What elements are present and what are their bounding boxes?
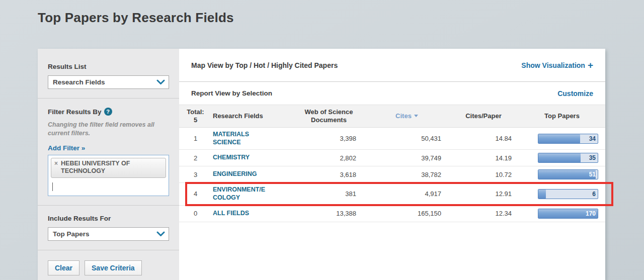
top-papers-bar-fill — [538, 190, 546, 199]
main-panel: Results List Research Fields Filter Resu… — [38, 49, 605, 280]
column-header-cites-sort[interactable]: Cites — [365, 112, 448, 120]
page-background: Top Papers by Research Fields Results Li… — [0, 0, 644, 280]
remove-tag-icon[interactable]: × — [54, 160, 58, 175]
table-row: 3 ENGINEERING 3,618 38,782 10.72 51 — [179, 166, 605, 183]
results-list-dropdown[interactable]: Research Fields — [48, 75, 169, 89]
row-cites-per-paper: 14.19 — [448, 154, 519, 162]
table-row: 2 CHEMISTRY 2,802 39,749 14.19 35 — [179, 150, 605, 166]
help-question-icon[interactable]: ? — [104, 108, 112, 116]
row-rank: 3 — [179, 171, 212, 178]
filter-caption: Changing the filter field removes all cu… — [48, 121, 169, 138]
report-content: Map View by Top / Hot / Highly Cited Pap… — [179, 49, 605, 280]
filter-results-label: Filter Results By? — [48, 108, 169, 116]
table-row: 0 ALL FIELDS 13,388 165,150 12.34 170 — [179, 206, 605, 222]
report-view-title: Report View by Selection — [191, 89, 272, 97]
filter-tag-label: HEBEI UNIVERSITY OF TECHNOLOGY — [61, 160, 163, 175]
sidebar-divider — [38, 98, 179, 99]
total-count: 5 — [194, 116, 197, 124]
sidebar-divider — [38, 205, 179, 206]
clear-button[interactable]: Clear — [48, 260, 79, 275]
table-body: 1 MATERIALSSCIENCE 3,398 50,431 14.84 34… — [179, 128, 605, 222]
column-header-top-papers: Top Papers — [519, 112, 605, 120]
chevron-down-icon — [156, 231, 165, 237]
row-field-link[interactable]: ALL FIELDS — [212, 210, 292, 218]
row-rank: 2 — [179, 154, 212, 162]
row-field-link[interactable]: ENGINEERING — [212, 170, 292, 178]
row-rank: 4 — [179, 190, 212, 198]
top-papers-bar-fill — [538, 134, 580, 143]
table-row: 1 MATERIALSSCIENCE 3,398 50,431 14.84 34 — [179, 128, 605, 150]
row-cites: 39,749 — [365, 154, 448, 162]
row-wos-documents: 3,398 — [292, 135, 365, 142]
save-criteria-button[interactable]: Save Criteria — [85, 260, 142, 275]
row-cites-per-paper: 10.72 — [448, 171, 519, 178]
row-wos-documents: 381 — [292, 190, 365, 198]
report-view-header: Report View by Selection Customize — [179, 82, 605, 105]
top-papers-bar-value: 51 — [589, 170, 596, 179]
sidebar-divider — [38, 250, 179, 250]
row-rank: 1 — [179, 135, 212, 142]
row-field-link[interactable]: MATERIALSSCIENCE — [212, 131, 292, 146]
top-papers-bar-value: 6 — [592, 190, 596, 199]
row-cites-per-paper: 12.34 — [448, 210, 519, 217]
row-cites: 165,150 — [365, 210, 448, 217]
show-visualization-link[interactable]: Show Visualization+ — [521, 60, 593, 71]
results-list-label: Results List — [48, 63, 169, 70]
top-papers-bar-value: 35 — [589, 153, 596, 162]
include-results-selected-value: Top Papers — [53, 230, 90, 238]
top-papers-bar: 170 — [538, 209, 598, 219]
sort-descending-icon — [414, 115, 418, 117]
top-papers-bar: 51 — [538, 169, 598, 179]
row-field-link[interactable]: ENVIRONMENT/ECOLOGY — [212, 186, 292, 202]
filter-tag-chip[interactable]: × HEBEI UNIVERSITY OF TECHNOLOGY — [51, 158, 166, 178]
page-title: Top Papers by Research Fields — [38, 10, 234, 26]
row-cites: 4,917 — [365, 190, 448, 198]
top-papers-bar-fill — [538, 170, 596, 179]
row-wos-documents: 13,388 — [292, 210, 365, 217]
filter-tags-input[interactable]: × HEBEI UNIVERSITY OF TECHNOLOGY — [48, 155, 169, 196]
column-header-cites-per-paper: Cites/Paper — [448, 112, 519, 120]
sidebar: Results List Research Fields Filter Resu… — [38, 49, 179, 280]
column-header-total: Total: 5 — [179, 108, 212, 125]
column-header-research-fields: Research Fields — [212, 112, 292, 120]
row-cites: 50,431 — [365, 135, 448, 142]
top-papers-bar-value: 34 — [589, 134, 596, 143]
top-papers-bar-value: 170 — [586, 209, 596, 218]
add-filter-link[interactable]: Add Filter » — [48, 144, 85, 152]
top-papers-bar: 35 — [538, 153, 598, 163]
top-papers-bar: 34 — [538, 134, 598, 144]
table-header-row: Total: 5 Research Fields Web of Science … — [179, 105, 605, 128]
top-papers-bar: 6 — [538, 189, 598, 199]
row-cites-per-paper: 14.84 — [448, 135, 519, 142]
chevron-down-icon — [156, 79, 165, 85]
plus-icon: + — [588, 60, 593, 70]
include-results-dropdown[interactable]: Top Papers — [48, 227, 169, 241]
top-papers-bar-fill — [538, 153, 581, 162]
results-list-selected-value: Research Fields — [53, 78, 105, 86]
row-wos-documents: 3,618 — [292, 171, 365, 178]
row-field-link[interactable]: CHEMISTRY — [212, 154, 292, 162]
row-wos-documents: 2,802 — [292, 154, 365, 162]
include-results-label: Include Results For — [48, 215, 169, 222]
text-cursor — [52, 182, 53, 191]
map-view-header: Map View by Top / Hot / Highly Cited Pap… — [179, 49, 605, 82]
row-cites-per-paper: 12.91 — [448, 190, 519, 198]
map-view-title: Map View by Top / Hot / Highly Cited Pap… — [191, 61, 338, 69]
column-header-wos-documents: Web of Science Documents — [292, 108, 365, 125]
customize-link[interactable]: Customize — [557, 89, 593, 98]
row-cites: 38,782 — [365, 171, 448, 178]
table-row: 4 ENVIRONMENT/ECOLOGY 381 4,917 12.91 6 — [179, 183, 605, 205]
row-rank: 0 — [179, 210, 212, 217]
